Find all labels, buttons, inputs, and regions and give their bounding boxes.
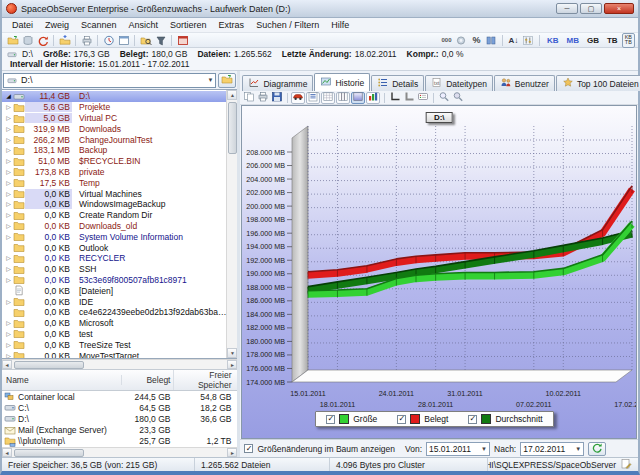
gradient-toggle-button[interactable] [351,92,365,104]
walls-button[interactable] [402,92,416,104]
edit-page-icon[interactable] [620,458,632,471]
open-folder-button[interactable] [5,34,20,47]
column-header-free[interactable]: Freier Speicher [173,370,237,390]
menu-ansicht[interactable]: Ansicht [123,18,165,32]
expander-icon[interactable]: ▷ [4,234,13,240]
volume-row-mail-exchange-server[interactable]: Mail (Exchange Server)23,3 GB [2,425,237,436]
options-window-button[interactable] [116,34,131,47]
expander-icon[interactable]: ▷ [4,115,13,121]
tab-dateitypen[interactable]: txtDateitypen [425,75,493,91]
chevron-down-icon[interactable]: ▼ [481,446,487,452]
von-datepicker[interactable]: 15.01.2011 ▼ [426,442,490,456]
expander-icon[interactable]: ▷ [4,169,13,175]
percent-button[interactable]: % [469,34,484,47]
close-button[interactable]: × [604,3,634,14]
volume-row-c[interactable]: C:\64,5 GB18,2 GB [2,402,237,413]
export-up-button[interactable] [57,34,72,47]
sliders-button[interactable] [521,34,536,47]
scan-button[interactable] [35,34,50,47]
expander-icon[interactable]: ▷ [4,137,13,143]
expander-icon[interactable]: ▷ [4,126,13,132]
expander-icon[interactable]: ▷ [4,353,13,358]
scroll-right-icon[interactable]: ► [227,360,237,369]
tree-item-treesize-test[interactable]: ▷0,0 KBTreeSize Test [2,339,226,350]
stop-window-button[interactable] [175,34,190,47]
tree-item-windowsimagebackup[interactable]: ▷0,0 KBWindowsImageBackup [2,199,226,210]
bars-3d-button[interactable] [366,92,380,104]
scrollbar-thumb[interactable] [14,449,84,457]
menu-sortieren[interactable]: Sortieren [164,18,213,32]
donut-button[interactable] [454,34,469,47]
tree-item-create-random-dir[interactable]: ▷0,0 KBCreate Random Dir [2,210,226,221]
axes-button[interactable] [388,92,402,104]
unit-button-mb[interactable]: MB [563,34,583,47]
column-header-used[interactable]: Belegt [121,375,173,385]
tree-item-private[interactable]: ▷173,8 KBprivate [2,167,226,178]
tab-top-100-dateien[interactable]: Top 100 Dateien [556,75,640,91]
expander-icon[interactable]: ▷ [4,342,13,348]
menu-scannen[interactable]: Scannen [75,18,123,32]
menu-suchen-filtern[interactable]: Suchen / Filtern [250,18,325,32]
tree-item-recycle-bin[interactable]: ▷51,0 MB$RECYCLE.BIN [2,156,226,167]
zoom-out-button[interactable] [451,92,465,104]
tree-item-ssh[interactable]: ▷0,0 KBSSH [2,264,226,275]
expander-icon[interactable]: ▷ [4,277,13,283]
tree-item-dateien[interactable]: 0,0 KB[Dateien] [2,285,226,296]
tree-horizontal-scrollbar[interactable]: ◄ ► [2,359,237,369]
unit-button-kb[interactable]: KB [543,34,563,47]
maximize-button[interactable]: ▢ [580,3,602,14]
search-folder-button[interactable] [138,34,153,47]
tree-item-d[interactable]: ◢11,4 GBD:\ [2,91,226,102]
chevron-down-icon[interactable]: ▼ [208,77,214,83]
expander-icon[interactable]: ▷ [4,320,13,326]
tree-item-virtual-machines[interactable]: ▷0,0 KBVirtual Machines [2,188,226,199]
tree-vertical-scrollbar[interactable]: ▲ ▼ [226,90,237,358]
tree-item-virtual-pc[interactable]: ▷5,0 GBVirtual PC [2,113,226,124]
tree-item-test[interactable]: ▷0,0 KBtest [2,329,226,340]
database-button[interactable] [20,34,35,47]
pair-columns-button[interactable] [484,34,499,47]
scrollbar-thumb[interactable] [228,102,237,154]
expander-icon[interactable]: ▷ [4,266,13,272]
unit-button-gb[interactable]: GB [583,34,603,47]
tree-item-microsoft[interactable]: ▷0,0 KBMicrosoft [2,318,226,329]
gallery-button[interactable] [291,92,305,104]
schedule-button[interactable] [101,34,116,47]
tab-details[interactable]: Details [371,75,424,91]
nach-datepicker[interactable]: 17.02.2011 ▼ [520,442,584,456]
expander-icon[interactable]: ▷ [4,223,13,229]
tree-item-downloads[interactable]: ▷319,9 MBDownloads [2,123,226,134]
scrollbar-thumb[interactable] [14,361,84,369]
expander-icon[interactable]: ▷ [4,255,13,261]
column-header-name[interactable]: Name [2,375,121,385]
tab-diagramme[interactable]: Diagramme [242,75,313,91]
copy-button[interactable] [242,92,256,104]
filter-button[interactable] [153,34,168,47]
volume-row-container-local[interactable]: Container local244,5 GB54,8 GB [2,391,237,402]
scroll-up-icon[interactable]: ▲ [227,90,237,100]
refresh-button[interactable] [588,442,606,456]
expander-icon[interactable]: ▷ [4,180,13,186]
menu-datei[interactable]: Datei [6,18,39,32]
expander-icon[interactable]: ◢ [4,93,13,99]
zoom-in-button[interactable] [437,92,451,104]
expander-icon[interactable]: ▷ [4,191,13,197]
scroll-left-icon[interactable]: ◄ [2,360,12,369]
tree-item-temp[interactable]: ▷17,5 KBTemp [2,177,226,188]
expander-icon[interactable]: ▷ [4,201,13,207]
show-change-checkbox[interactable]: ✓ [244,444,253,453]
path-combobox[interactable]: D:\ ▼ [3,73,216,88]
minimize-button[interactable]: ─ [556,3,578,14]
unit-button-tb[interactable]: TB [603,34,622,47]
legend-checkbox[interactable]: ✓ [326,415,335,424]
legend-checkbox[interactable]: ✓ [397,415,406,424]
tree-item-movetesttarget[interactable]: ▷0,0 KBMoveTestTarget [2,350,226,358]
sort-az-button[interactable]: A↓ [506,34,521,47]
menu-hilfe[interactable]: Hilfe [325,18,355,32]
tree-item-53c3e69f800507afb81c8971[interactable]: ▷0,0 KB53c3e69f800507afb81c8971 [2,275,226,286]
expander-icon[interactable]: ▷ [4,299,13,305]
volumes-horizontal-scrollbar[interactable]: ◄ ► [2,447,237,457]
menu-extras[interactable]: Extras [213,18,251,32]
auto-unit-button[interactable]: KBTB [622,33,635,48]
tree-item-backup[interactable]: ▷183,1 MBBackup [2,145,226,156]
